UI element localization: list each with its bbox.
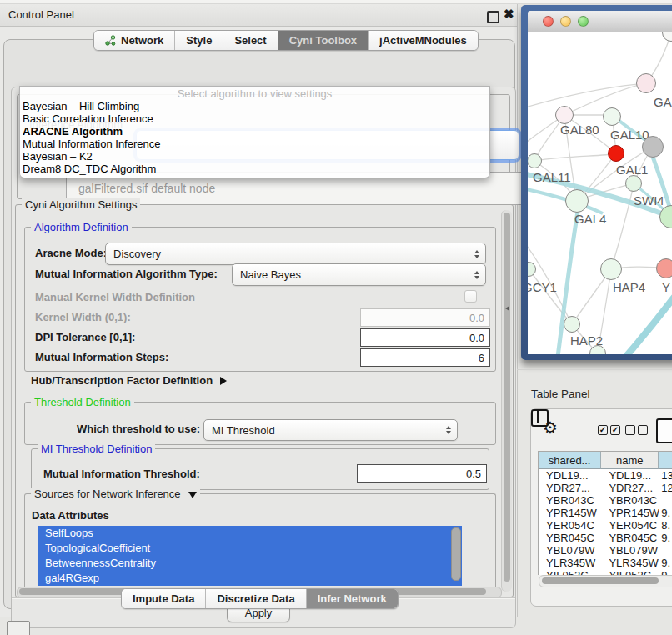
unchecked-box-icon [625, 425, 635, 435]
table-cell: YDR27... [601, 482, 659, 494]
dpi-tolerance-field[interactable]: 0.0 [360, 328, 490, 347]
table-cell: 9. [659, 507, 672, 519]
settings-vertical-scrollbar[interactable] [501, 210, 512, 592]
table-cell: YBR045C [601, 532, 659, 544]
algorithm-option-basic-correlation-inference[interactable]: Basic Correlation Inference [20, 112, 489, 125]
zoom-traffic-light[interactable] [578, 16, 589, 27]
dpi-tolerance-label: DPI Tolerance [0,1]: [35, 331, 135, 343]
tab-select[interactable]: Select [223, 31, 277, 50]
close-icon[interactable]: ✖ [504, 7, 514, 22]
node-hap2[interactable] [564, 316, 580, 332]
table-cell: YIL052C [601, 569, 659, 575]
table-row[interactable]: YER054CYER054C8. [539, 519, 672, 532]
algorithm-option-dream8-dc-tdc-algorithm[interactable]: Dream8 DC_TDC Algorithm [20, 162, 489, 175]
table-row[interactable]: YBR045CYBR045C9. [539, 532, 672, 544]
kernel-width-field[interactable]: 0.0 [360, 308, 490, 327]
attribute-item-selfloops[interactable]: SelfLoops [38, 526, 462, 541]
network-window-titlebar[interactable] [528, 11, 672, 32]
node-gal4[interactable] [565, 189, 589, 212]
combo-arrows-icon [474, 250, 479, 258]
node-label-hap4: HAP4 [613, 280, 645, 294]
deselect-all-columns-icon[interactable] [625, 425, 648, 435]
table-row[interactable]: YBR043CYBR043C [539, 494, 672, 507]
table-cell: 9. [659, 532, 672, 544]
panel-divider-arrow[interactable] [505, 306, 509, 311]
column-header-name[interactable]: name [601, 452, 659, 469]
attribute-item-betweennesscentrality[interactable]: BetweennessCentrality [38, 556, 462, 571]
collapsed-panel-icon[interactable] [7, 621, 30, 635]
table-row[interactable]: YIL052CYIL052C9 [539, 569, 672, 575]
table-row[interactable]: YBL079WYBL079W [539, 544, 672, 557]
node-unlabeled[interactable] [642, 136, 664, 158]
algorithm-option-bayesian-k2[interactable]: Bayesian – K2 [20, 150, 489, 162]
mi-type-value: Naive Bayes [240, 268, 301, 281]
tab-discretize-data[interactable]: Discretize Data [205, 589, 305, 608]
tab-style[interactable]: Style [174, 31, 223, 50]
gear-icon[interactable]: ⚙ [543, 418, 558, 438]
mi-steps-field[interactable]: 6 [360, 348, 490, 367]
manual-kernel-label: Manual Kernel Width Definition [35, 291, 195, 303]
attributes-scrollbar-thumb[interactable] [451, 528, 461, 581]
cyni-bottom-tabs: Impute DataDiscretize DataInfer Network [121, 588, 399, 609]
tab-impute-data[interactable]: Impute Data [122, 589, 205, 608]
node-gal10[interactable] [603, 108, 621, 126]
select-all-columns-icon[interactable]: ✓ ✓ [598, 425, 620, 435]
aracne-mode-value: Discovery [113, 248, 161, 260]
table-cell: YDL19... [539, 469, 601, 482]
minimize-traffic-light[interactable] [560, 16, 571, 27]
settings-vscroll-thumb[interactable] [504, 212, 510, 582]
node-gal1[interactable] [625, 175, 642, 192]
algorithm-option-mutual-information-inference[interactable]: Mutual Information Inference [20, 138, 489, 150]
algorithm-option-bayesian-hill-climbing[interactable]: Bayesian – Hill Climbing [20, 100, 489, 112]
data-table-combobox-value: galFiltered.sif default node [78, 182, 215, 195]
table-cell: 12 [659, 482, 672, 494]
attribute-item-gal4rgexp[interactable]: gal4RGexp [38, 571, 462, 586]
control-panel-window: Control Panel ✖ Inference Algorithm galF… [0, 0, 518, 617]
cyni-algorithm-settings-title: Cyni Algorithm Settings [22, 198, 140, 211]
dropdown-item-list: Bayesian – Hill ClimbingBasic Correlatio… [20, 100, 489, 175]
node-hap4[interactable] [600, 258, 622, 280]
which-threshold-combobox[interactable]: MI Threshold [203, 419, 458, 441]
node-unlabeled[interactable] [608, 145, 624, 162]
table-panel-window: ⚙ ✓ ✓ shared...name YDL19...YDL19...13YD… [530, 408, 672, 607]
tab-network[interactable]: Network [94, 31, 174, 50]
table-cell: YIL052C [539, 569, 601, 575]
network-canvas[interactable]: GALGAL80GAL10GAL1GAL11SWI4GAL4GCY1HAP4YH… [528, 32, 672, 354]
node-gal[interactable] [636, 73, 656, 93]
node-y[interactable] [656, 258, 672, 278]
tab-infer-network[interactable]: Infer Network [306, 589, 398, 608]
node-gal80[interactable] [555, 106, 574, 124]
checked-box-icon: ✓ [610, 425, 620, 435]
sources-title[interactable]: Sources for Network Inference [31, 488, 200, 500]
aracne-mode-combobox[interactable]: Discovery [105, 242, 486, 265]
expand-right-icon [220, 377, 227, 385]
table-horizontal-scrollbar[interactable] [539, 575, 672, 588]
manual-kernel-checkbox[interactable] [464, 290, 477, 302]
table-row[interactable]: YDR27...YDR27...12 [539, 482, 672, 494]
algorithm-option-aracne-algorithm[interactable]: ARACNE Algorithm [20, 125, 489, 138]
table-cell: YBL079W [601, 544, 659, 557]
table-cell: 9. [659, 557, 672, 569]
column-header-cut[interactable] [659, 452, 672, 469]
table-panel-divider [517, 369, 672, 370]
cyni-toolbox-content: Inference Algorithm galFiltered.sif defa… [11, 87, 516, 628]
table-hscroll-thumb[interactable] [542, 578, 659, 584]
tab-cyni-toolbox[interactable]: Cyni Toolbox [278, 31, 368, 50]
close-traffic-light[interactable] [543, 16, 554, 27]
table-row[interactable]: YLR345WYLR345W9. [539, 557, 672, 569]
algorithm-dropdown-popup: Select algorithm to view settings Bayesi… [19, 86, 490, 178]
table-cell: YLR345W [601, 557, 659, 569]
new-table-icon[interactable] [656, 418, 672, 443]
float-window-icon[interactable] [487, 11, 499, 23]
table-row[interactable]: YPR145WYPR145W9. [539, 507, 672, 519]
table-row[interactable]: YDL19...YDL19...13 [539, 469, 672, 482]
mi-threshold-field[interactable]: 0.5 [357, 464, 487, 482]
attribute-item-topologicalcoefficient[interactable]: TopologicalCoefficient [38, 541, 462, 556]
tab-jactivemnodules[interactable]: jActiveMNodules [368, 31, 478, 50]
mi-type-combobox[interactable]: Naive Bayes [232, 263, 486, 286]
hub-definition-toggle[interactable]: Hub/Transcription Factor Definition [31, 374, 227, 387]
node-table: shared...name YDL19...YDL19...13YDR27...… [538, 451, 672, 575]
table-cell: YBR043C [539, 494, 601, 507]
control-panel-titlebar: Control Panel ✖ [0, 3, 517, 27]
column-header-shared[interactable]: shared... [539, 452, 601, 469]
